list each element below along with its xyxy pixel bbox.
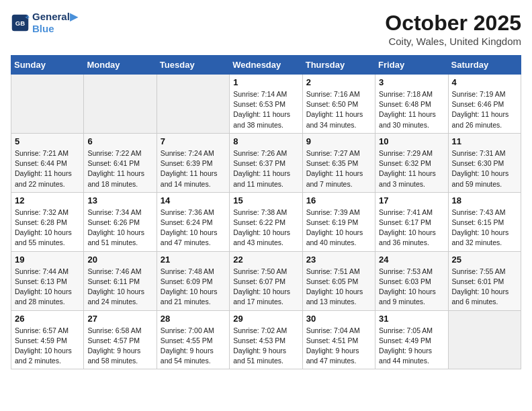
day-info: Sunrise: 7:29 AM Sunset: 6:32 PM Dayligh…	[379, 148, 444, 189]
day-cell: 10Sunrise: 7:29 AM Sunset: 6:32 PM Dayli…	[375, 133, 448, 192]
day-cell: 24Sunrise: 7:53 AM Sunset: 6:03 PM Dayli…	[375, 251, 448, 310]
weekday-header-sunday: Sunday	[11, 56, 84, 75]
week-row-4: 19Sunrise: 7:44 AM Sunset: 6:13 PM Dayli…	[11, 251, 521, 310]
day-info: Sunrise: 7:16 AM Sunset: 6:50 PM Dayligh…	[306, 89, 371, 130]
day-info: Sunrise: 7:14 AM Sunset: 6:53 PM Dayligh…	[233, 89, 298, 130]
day-cell: 9Sunrise: 7:27 AM Sunset: 6:35 PM Daylig…	[302, 133, 375, 192]
day-info: Sunrise: 7:43 AM Sunset: 6:15 PM Dayligh…	[452, 208, 517, 248]
day-info: Sunrise: 7:53 AM Sunset: 6:03 PM Dayligh…	[379, 267, 444, 308]
logo-text-blue: Blue	[32, 23, 78, 35]
day-cell	[11, 75, 84, 134]
day-cell: 31Sunrise: 7:05 AM Sunset: 4:49 PM Dayli…	[375, 310, 448, 369]
day-cell: 27Sunrise: 6:58 AM Sunset: 4:57 PM Dayli…	[84, 310, 157, 369]
day-info: Sunrise: 7:46 AM Sunset: 6:11 PM Dayligh…	[87, 267, 152, 308]
day-info: Sunrise: 7:55 AM Sunset: 6:01 PM Dayligh…	[452, 267, 517, 308]
day-number: 9	[306, 136, 371, 146]
day-info: Sunrise: 7:21 AM Sunset: 6:44 PM Dayligh…	[15, 148, 80, 189]
day-info: Sunrise: 7:00 AM Sunset: 4:55 PM Dayligh…	[161, 326, 226, 367]
day-info: Sunrise: 7:38 AM Sunset: 6:22 PM Dayligh…	[233, 208, 298, 248]
day-info: Sunrise: 7:26 AM Sunset: 6:37 PM Dayligh…	[233, 148, 298, 189]
week-row-3: 12Sunrise: 7:32 AM Sunset: 6:28 PM Dayli…	[11, 192, 521, 251]
day-cell: 18Sunrise: 7:43 AM Sunset: 6:15 PM Dayli…	[448, 192, 521, 251]
day-cell: 6Sunrise: 7:22 AM Sunset: 6:41 PM Daylig…	[84, 133, 157, 192]
day-number: 13	[87, 195, 152, 205]
day-number: 1	[233, 77, 298, 87]
day-number: 30	[306, 314, 371, 324]
day-cell: 5Sunrise: 7:21 AM Sunset: 6:44 PM Daylig…	[11, 133, 84, 192]
day-number: 17	[379, 195, 444, 205]
day-info: Sunrise: 7:02 AM Sunset: 4:53 PM Dayligh…	[233, 326, 298, 367]
day-number: 26	[15, 314, 80, 324]
day-info: Sunrise: 7:32 AM Sunset: 6:28 PM Dayligh…	[15, 208, 80, 248]
weekday-header-monday: Monday	[84, 56, 157, 75]
day-info: Sunrise: 6:58 AM Sunset: 4:57 PM Dayligh…	[87, 326, 152, 367]
day-cell: 23Sunrise: 7:51 AM Sunset: 6:05 PM Dayli…	[302, 251, 375, 310]
day-cell: 28Sunrise: 7:00 AM Sunset: 4:55 PM Dayli…	[157, 310, 229, 369]
day-info: Sunrise: 7:22 AM Sunset: 6:41 PM Dayligh…	[87, 148, 152, 189]
week-row-2: 5Sunrise: 7:21 AM Sunset: 6:44 PM Daylig…	[11, 133, 521, 192]
svg-text:GB: GB	[15, 19, 25, 27]
day-cell: 2Sunrise: 7:16 AM Sunset: 6:50 PM Daylig…	[302, 75, 375, 134]
day-cell: 11Sunrise: 7:31 AM Sunset: 6:30 PM Dayli…	[448, 133, 521, 192]
weekday-header-wednesday: Wednesday	[230, 56, 302, 75]
day-number: 3	[379, 77, 444, 87]
day-number: 12	[15, 195, 80, 205]
day-info: Sunrise: 7:51 AM Sunset: 6:05 PM Dayligh…	[306, 267, 371, 308]
day-info: Sunrise: 7:39 AM Sunset: 6:19 PM Dayligh…	[306, 208, 371, 248]
day-info: Sunrise: 7:34 AM Sunset: 6:26 PM Dayligh…	[87, 208, 152, 248]
day-info: Sunrise: 7:31 AM Sunset: 6:30 PM Dayligh…	[452, 148, 517, 189]
day-cell: 8Sunrise: 7:26 AM Sunset: 6:37 PM Daylig…	[230, 133, 302, 192]
header: GB General▶ Blue October 2025 Coity, Wal…	[11, 11, 521, 47]
logo-icon: GB	[11, 13, 30, 32]
weekday-header-saturday: Saturday	[448, 56, 521, 75]
day-number: 25	[452, 255, 517, 265]
day-info: Sunrise: 7:27 AM Sunset: 6:35 PM Dayligh…	[306, 148, 371, 189]
day-cell: 7Sunrise: 7:24 AM Sunset: 6:39 PM Daylig…	[157, 133, 229, 192]
day-info: Sunrise: 7:05 AM Sunset: 4:49 PM Dayligh…	[379, 326, 444, 367]
day-cell: 26Sunrise: 6:57 AM Sunset: 4:59 PM Dayli…	[11, 310, 84, 369]
day-cell: 19Sunrise: 7:44 AM Sunset: 6:13 PM Dayli…	[11, 251, 84, 310]
day-number: 5	[15, 136, 80, 146]
day-cell	[157, 75, 229, 134]
day-cell: 21Sunrise: 7:48 AM Sunset: 6:09 PM Dayli…	[157, 251, 229, 310]
day-cell: 22Sunrise: 7:50 AM Sunset: 6:07 PM Dayli…	[230, 251, 302, 310]
day-number: 11	[452, 136, 517, 146]
day-number: 6	[87, 136, 152, 146]
day-number: 2	[306, 77, 371, 87]
day-number: 24	[379, 255, 444, 265]
day-cell	[84, 75, 157, 134]
day-info: Sunrise: 7:41 AM Sunset: 6:17 PM Dayligh…	[379, 208, 444, 248]
day-cell: 4Sunrise: 7:19 AM Sunset: 6:46 PM Daylig…	[448, 75, 521, 134]
weekday-header-row: SundayMondayTuesdayWednesdayThursdayFrid…	[11, 56, 521, 75]
day-number: 19	[15, 255, 80, 265]
day-number: 10	[379, 136, 444, 146]
week-row-5: 26Sunrise: 6:57 AM Sunset: 4:59 PM Dayli…	[11, 310, 521, 369]
week-row-1: 1Sunrise: 7:14 AM Sunset: 6:53 PM Daylig…	[11, 75, 521, 134]
weekday-header-thursday: Thursday	[302, 56, 375, 75]
weekday-header-friday: Friday	[375, 56, 448, 75]
day-number: 4	[452, 77, 517, 87]
day-number: 8	[233, 136, 298, 146]
logo-text-general: General▶	[32, 11, 78, 23]
day-number: 15	[233, 195, 298, 205]
day-cell: 30Sunrise: 7:04 AM Sunset: 4:51 PM Dayli…	[302, 310, 375, 369]
day-cell: 1Sunrise: 7:14 AM Sunset: 6:53 PM Daylig…	[230, 75, 302, 134]
day-cell	[448, 310, 521, 369]
day-number: 31	[379, 314, 444, 324]
day-number: 18	[452, 195, 517, 205]
day-number: 23	[306, 255, 371, 265]
title-area: October 2025 Coity, Wales, United Kingdo…	[385, 11, 521, 47]
day-cell: 25Sunrise: 7:55 AM Sunset: 6:01 PM Dayli…	[448, 251, 521, 310]
calendar-title: October 2025	[385, 11, 521, 36]
day-number: 29	[233, 314, 298, 324]
day-info: Sunrise: 6:57 AM Sunset: 4:59 PM Dayligh…	[15, 326, 80, 367]
logo: GB General▶ Blue	[11, 11, 78, 35]
day-info: Sunrise: 7:04 AM Sunset: 4:51 PM Dayligh…	[306, 326, 371, 367]
day-cell: 20Sunrise: 7:46 AM Sunset: 6:11 PM Dayli…	[84, 251, 157, 310]
day-cell: 13Sunrise: 7:34 AM Sunset: 6:26 PM Dayli…	[84, 192, 157, 251]
day-number: 7	[161, 136, 226, 146]
day-info: Sunrise: 7:36 AM Sunset: 6:24 PM Dayligh…	[161, 208, 226, 248]
day-info: Sunrise: 7:19 AM Sunset: 6:46 PM Dayligh…	[452, 89, 517, 130]
day-info: Sunrise: 7:44 AM Sunset: 6:13 PM Dayligh…	[15, 267, 80, 308]
day-number: 14	[161, 195, 226, 205]
